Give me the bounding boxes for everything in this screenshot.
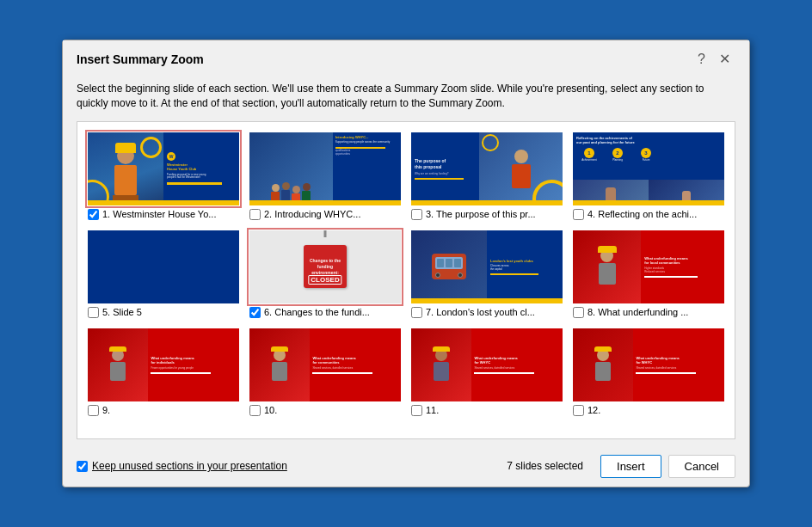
selected-count: 7 slides selected — [507, 460, 583, 472]
slide-label-8[interactable]: 8. What underfunding ... — [573, 307, 688, 318]
slide-label-7[interactable]: 7. London's lost youth cl... — [411, 307, 535, 318]
slide-item-1: W Westminster House Youth Club Funding p… — [88, 132, 239, 220]
slide-label-9[interactable]: 9. — [88, 405, 110, 416]
insert-summary-zoom-dialog: Insert Summary Zoom ? ✕ Select the begin… — [62, 40, 750, 487]
slide-thumb-10[interactable]: What underfunding meansfor communities S… — [249, 328, 401, 401]
slide-checkbox-10[interactable] — [249, 405, 261, 416]
slide-item-4: Reflecting on the achievements ofour pas… — [573, 132, 724, 220]
keep-unused-label[interactable]: Keep unused sections in your presentatio… — [77, 460, 287, 472]
slide-checkbox-4[interactable] — [573, 209, 584, 220]
footer-left: Keep unused sections in your presentatio… — [77, 460, 287, 472]
slide-thumb-11[interactable]: What underfunding meansfor WHYC Shared s… — [411, 328, 563, 401]
slide-item-8: What underfunding meansfor local communi… — [573, 230, 724, 318]
slide-item-3: The purpose ofthis proposal Why are we s… — [411, 132, 563, 220]
slide-thumb-4[interactable]: Reflecting on the achievements ofour pas… — [573, 132, 724, 205]
dialog-footer: Keep unused sections in your presentatio… — [63, 446, 749, 487]
slide-item-11: What underfunding meansfor WHYC Shared s… — [411, 328, 563, 416]
slide-checkbox-5[interactable] — [88, 307, 99, 318]
slide-checkbox-3[interactable] — [411, 209, 422, 220]
help-button[interactable]: ? — [692, 51, 710, 68]
slide-label-4[interactable]: 4. Reflecting on the achi... — [573, 209, 697, 220]
slide-thumb-6[interactable]: Changes to thefundingenvironment: CLOSED — [249, 230, 401, 303]
cancel-button[interactable]: Cancel — [668, 455, 735, 478]
slides-grid: W Westminster House Youth Club Funding p… — [77, 122, 735, 426]
footer-right: 7 slides selected Insert Cancel — [507, 455, 735, 478]
slide-item-2: Introducing WHYC... Supporting young peo… — [249, 132, 401, 220]
slide-checkbox-12[interactable] — [573, 405, 584, 416]
slide-thumb-12[interactable]: What underfunding meansfor WHYC Shared s… — [573, 328, 724, 401]
keep-unused-checkbox[interactable] — [77, 461, 88, 472]
slide-thumb-9[interactable]: What underfunding meansfor individuals F… — [88, 328, 239, 401]
slide-checkbox-2[interactable] — [249, 209, 261, 220]
slide-thumb-7[interactable]: London's lost youth clubs Closures acros… — [411, 230, 563, 303]
slide-label-3[interactable]: 3. The purpose of this pr... — [411, 209, 536, 220]
slide-checkbox-6[interactable] — [249, 307, 261, 318]
slide-label-2[interactable]: 2. Introducing WHYC... — [249, 209, 361, 220]
title-bar-controls: ? ✕ — [692, 51, 735, 68]
slide-thumb-3[interactable]: The purpose ofthis proposal Why are we s… — [411, 132, 563, 205]
slide-checkbox-7[interactable] — [411, 307, 422, 318]
slide-label-12[interactable]: 12. — [573, 405, 600, 416]
slide-label-1[interactable]: 1. Westminster House Yo... — [88, 209, 216, 220]
dialog-description: Select the beginning slide of each secti… — [63, 75, 749, 121]
slide-thumb-8[interactable]: What underfunding meansfor local communi… — [573, 230, 724, 303]
slide-item-12: What underfunding meansfor WHYC Shared s… — [573, 328, 724, 416]
slide-item-6: Changes to thefundingenvironment: CLOSED… — [249, 230, 401, 318]
slide-checkbox-9[interactable] — [88, 405, 99, 416]
slide-label-10[interactable]: 10. — [249, 405, 277, 416]
keep-unused-text: Keep unused sections in your presentatio… — [92, 460, 287, 472]
close-button[interactable]: ✕ — [714, 51, 735, 68]
slide-thumb-1[interactable]: W Westminster House Youth Club Funding p… — [88, 132, 239, 205]
slide-label-11[interactable]: 11. — [411, 405, 439, 416]
slides-container[interactable]: W Westminster House Youth Club Funding p… — [77, 121, 735, 439]
slide-thumb-5[interactable] — [88, 230, 239, 303]
slide-thumb-2[interactable]: Introducing WHYC... Supporting young peo… — [249, 132, 401, 205]
dialog-title: Insert Summary Zoom — [77, 52, 204, 66]
slide-checkbox-8[interactable] — [573, 307, 584, 318]
slide-item-9: What underfunding meansfor individuals F… — [88, 328, 239, 416]
slide-checkbox-11[interactable] — [411, 405, 422, 416]
slide-item-5: 5. Slide 5 — [88, 230, 239, 318]
slide-checkbox-1[interactable] — [88, 209, 99, 220]
slide-item-10: What underfunding meansfor communities S… — [249, 328, 401, 416]
slide-label-5[interactable]: 5. Slide 5 — [88, 307, 142, 318]
title-bar: Insert Summary Zoom ? ✕ — [63, 40, 749, 75]
insert-button[interactable]: Insert — [600, 455, 661, 478]
slide-item-7: London's lost youth clubs Closures acros… — [411, 230, 563, 318]
slide-label-6[interactable]: 6. Changes to the fundi... — [249, 307, 370, 318]
